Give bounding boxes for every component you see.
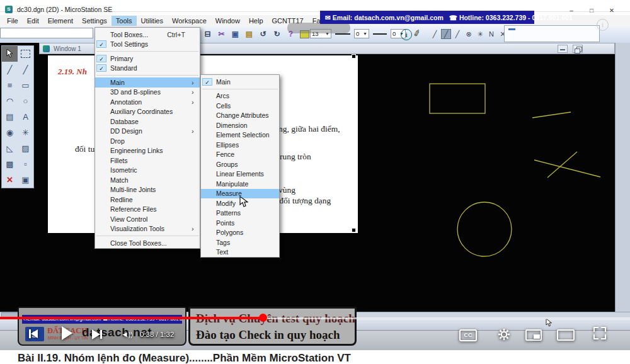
menu-item[interactable]: Auxiliary Coordinates bbox=[95, 107, 200, 117]
menu-item[interactable]: Arcs bbox=[201, 91, 279, 101]
snap-line-1[interactable]: ╱ bbox=[430, 29, 440, 39]
next-button[interactable] bbox=[92, 329, 102, 339]
menu-item[interactable]: Modify bbox=[201, 198, 279, 208]
open-dropdown-panel[interactable] bbox=[504, 25, 600, 42]
menu-item[interactable]: Reference Files bbox=[95, 205, 200, 215]
delete-tool[interactable]: ✕ bbox=[2, 172, 18, 188]
menu-item[interactable]: ✓ Primary bbox=[95, 54, 200, 64]
menubar-item[interactable]: Help bbox=[244, 16, 268, 26]
redo[interactable]: ↻ bbox=[271, 28, 283, 40]
measure-tool[interactable]: ◺ bbox=[2, 140, 18, 156]
menu-item[interactable]: Visualization Tools › bbox=[95, 224, 200, 234]
menu-item[interactable]: Cells bbox=[201, 101, 279, 111]
menubar-item[interactable]: Edit bbox=[23, 16, 43, 26]
menubar-item[interactable]: Window bbox=[211, 16, 244, 26]
menu-item[interactable]: ✓ Main bbox=[201, 77, 279, 87]
copy[interactable]: ▣ bbox=[229, 28, 241, 40]
menu-item[interactable]: ✓ Tool Settings bbox=[95, 40, 200, 50]
text-tool[interactable]: A bbox=[18, 109, 33, 125]
menubar-item[interactable]: Workspace bbox=[168, 16, 211, 26]
menu-item[interactable]: Text bbox=[201, 247, 279, 258]
menu-item[interactable]: Patterns bbox=[201, 208, 279, 219]
menu-item[interactable]: Database bbox=[95, 117, 200, 127]
ellipses-tool[interactable]: ○ bbox=[18, 93, 33, 109]
volume-button[interactable]: ◄)) bbox=[121, 330, 133, 339]
menu-item[interactable]: Main › bbox=[95, 77, 200, 88]
previous-button[interactable] bbox=[29, 329, 38, 338]
menu-item[interactable]: Groups bbox=[201, 159, 279, 169]
close-button[interactable]: ✕ bbox=[605, 6, 619, 14]
menu-item[interactable]: Close Tool Boxes... bbox=[95, 238, 200, 248]
info-icon[interactable]: i bbox=[401, 29, 412, 40]
theater-mode-button[interactable] bbox=[557, 329, 575, 341]
linear-elements-tool[interactable]: ╱ bbox=[18, 62, 33, 77]
progress-bar-remaining[interactable] bbox=[263, 317, 630, 319]
snap-circle[interactable]: ⊗ bbox=[464, 29, 474, 39]
menu-item[interactable]: DD Design › bbox=[95, 127, 200, 137]
selection-handle[interactable] bbox=[352, 54, 356, 59]
menu-item[interactable]: Fence bbox=[201, 150, 279, 160]
menubar-item[interactable]: Utilities bbox=[137, 16, 168, 26]
menubar-item[interactable]: Element bbox=[43, 16, 77, 26]
progress-bar-played[interactable] bbox=[0, 317, 263, 319]
menu-item[interactable]: Dimension bbox=[201, 120, 279, 130]
fence-tool[interactable] bbox=[18, 46, 33, 62]
menu-item[interactable]: Fillets bbox=[95, 156, 200, 166]
snap-line-2[interactable]: ╱ bbox=[441, 29, 451, 39]
points-tool[interactable]: ✳ bbox=[18, 125, 33, 140]
window1-restore-button[interactable] bbox=[573, 45, 583, 53]
play-button[interactable] bbox=[62, 326, 72, 340]
cut[interactable]: ✂ bbox=[215, 28, 227, 40]
menu-item[interactable]: Polygons bbox=[201, 228, 279, 238]
paste[interactable]: ▤ bbox=[243, 28, 255, 40]
menubar-item[interactable]: File bbox=[3, 16, 23, 26]
menubar-item[interactable]: Tools bbox=[112, 16, 137, 26]
undo[interactable]: ↺ bbox=[257, 28, 269, 40]
time-display: 0:38 / 1:32 bbox=[140, 331, 174, 338]
line-weight-dropdown[interactable]: 0▼ bbox=[354, 29, 369, 38]
drop-tool[interactable]: ▣ bbox=[18, 172, 33, 188]
menu-item[interactable]: Element Selection bbox=[201, 130, 279, 140]
menu-item[interactable]: Linear Elements bbox=[201, 169, 279, 179]
menu-item[interactable]: Tags bbox=[201, 237, 279, 247]
menu-item[interactable]: Change Attributes bbox=[201, 111, 279, 121]
settings-gear-icon[interactable] bbox=[498, 328, 510, 341]
patterns-tool[interactable]: ▨ bbox=[18, 140, 33, 156]
maximize-button[interactable]: □ bbox=[585, 6, 598, 14]
cells-tool[interactable]: ▩ bbox=[2, 156, 18, 172]
fullscreen-button[interactable] bbox=[593, 327, 606, 339]
menu-item[interactable]: Points bbox=[201, 218, 279, 228]
keyin-field[interactable] bbox=[0, 28, 93, 38]
arcs-tool[interactable]: ◠ bbox=[2, 93, 18, 109]
print[interactable]: ⊟ bbox=[202, 28, 214, 40]
polygons-tool[interactable]: ▭ bbox=[18, 77, 33, 93]
snap-line-3[interactable]: ╱ bbox=[452, 29, 462, 39]
snap-star[interactable]: ✳ bbox=[475, 29, 485, 39]
menu-item[interactable]: Engineering Links bbox=[95, 146, 200, 156]
progress-scrubber[interactable] bbox=[259, 314, 267, 322]
menu-item[interactable]: Annotation › bbox=[95, 97, 200, 107]
subtitles-button[interactable]: CC bbox=[459, 329, 477, 341]
menu-item[interactable]: Match bbox=[95, 175, 200, 185]
selection-handle[interactable] bbox=[352, 228, 356, 232]
menu-item[interactable]: Measure bbox=[201, 189, 279, 199]
menu-item[interactable]: Ellipses bbox=[201, 140, 279, 150]
menu-item[interactable]: Tool Boxes... Ctrl+T bbox=[95, 30, 200, 40]
snap-n[interactable]: N bbox=[486, 29, 496, 39]
menu-item[interactable]: Redline bbox=[95, 195, 200, 205]
dimension-tool[interactable]: ▤ bbox=[2, 109, 18, 125]
place-line-tool[interactable]: ╱ bbox=[2, 62, 18, 77]
menu-item[interactable]: Multi-line Joints bbox=[95, 185, 200, 195]
window1-minimize-button[interactable] bbox=[558, 45, 568, 53]
menu-item[interactable]: Isometric bbox=[95, 166, 200, 176]
change-attributes-tool[interactable]: ▫ bbox=[18, 156, 33, 172]
accudraw-tool[interactable]: ◉ bbox=[2, 125, 18, 140]
menu-item[interactable]: Drop bbox=[95, 136, 200, 146]
menu-item[interactable]: View Control bbox=[95, 214, 200, 224]
menu-item[interactable]: 3D and B-splines › bbox=[95, 88, 200, 98]
menu-item[interactable]: ✓ Standard bbox=[95, 64, 200, 74]
menubar-item[interactable]: Settings bbox=[77, 16, 112, 26]
multiline-tool[interactable]: ≡ bbox=[2, 77, 18, 93]
miniplayer-button[interactable] bbox=[525, 329, 542, 341]
menu-item[interactable]: Manipulate bbox=[201, 179, 279, 189]
